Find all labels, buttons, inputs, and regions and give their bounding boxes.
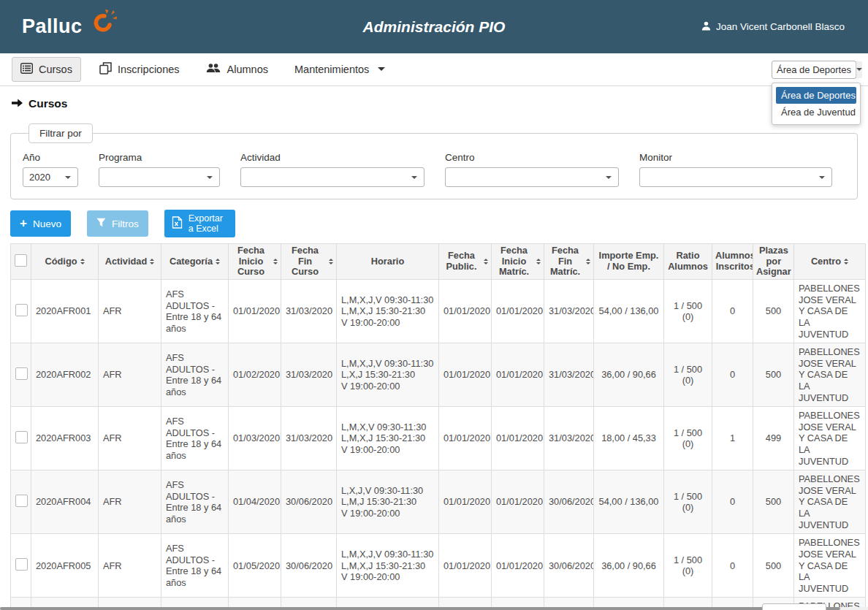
cell-fecha_public: 01/01/2020 — [439, 534, 492, 598]
cell-fecha_fin_curso: 31/03/2020 — [281, 407, 337, 470]
filtros-button[interactable]: Filtros — [87, 210, 148, 237]
cell-categoria: AFS ADULTOS - Entre 18 y 64 años — [161, 470, 229, 534]
row-checkbox[interactable] — [15, 558, 28, 571]
toolbar: + Nuevo Filtros Exportar a Excel — [0, 199, 868, 243]
nav-item-mantenimientos[interactable]: Mantenimientos — [286, 58, 393, 80]
dropdown-option-deportes[interactable]: Área de Deportes — [776, 87, 856, 104]
year-select-value: 2020 — [23, 172, 65, 183]
column-header-actividad[interactable]: Actividad — [99, 244, 161, 280]
column-header-fecha_fin_curso[interactable]: Fecha Fin Curso — [281, 244, 337, 280]
cell-categoria: AFS ADULTOS - Entre 18 y 64 años — [161, 407, 229, 470]
cell-codigo: 2020AFR004 — [31, 470, 99, 534]
cell-fecha_inicio_curso: 01/04/2020 — [229, 470, 281, 534]
cell-fecha_inicio_matric: 01/01/2020 — [492, 470, 544, 534]
header-select-all — [11, 244, 31, 280]
cell-actividad: AFR — [99, 407, 161, 470]
cell-plazas: 500 — [753, 343, 794, 407]
page-size-select[interactable] — [762, 603, 826, 610]
logo-swirl-icon — [88, 9, 118, 41]
cell-fecha_fin_matric: 31/03/2020 — [544, 280, 594, 343]
cell-importe: 54,00 / 136,00 — [594, 280, 664, 343]
year-label: Año — [23, 152, 78, 163]
scrollbar-thumb[interactable] — [0, 607, 840, 610]
column-header-codigo[interactable]: Código — [31, 244, 99, 280]
sort-icon — [216, 259, 220, 265]
column-header-importe: Importe Emp. / No Emp. — [594, 244, 664, 280]
cell-fecha_inicio_matric: 01/01/2020 — [492, 534, 544, 598]
cell-plazas: 500 — [753, 534, 794, 598]
cell-ratio: 1 / 500 (0) — [664, 280, 712, 343]
table-row: 2020AFR004AFRAFS ADULTOS - Entre 18 y 64… — [11, 470, 866, 534]
cell-plazas: 500 — [753, 280, 794, 343]
year-select[interactable]: 2020 — [23, 167, 78, 187]
cell-fecha_inicio_curso: 01/03/2020 — [229, 407, 281, 470]
chevron-down-icon — [819, 176, 825, 182]
export-excel-button[interactable]: Exportar a Excel — [164, 210, 235, 237]
row-checkbox[interactable] — [15, 431, 28, 443]
monitor-label: Monitor — [639, 152, 832, 163]
column-label: Fecha Public. — [442, 251, 481, 272]
programa-label: Programa — [99, 152, 220, 163]
cell-categoria: AFS ADULTOS - Entre 18 y 64 años — [161, 343, 229, 407]
chevron-down-icon — [207, 176, 213, 182]
row-checkbox[interactable] — [15, 367, 28, 380]
column-header-fecha_inicio_matric[interactable]: Fecha Inicio Matríc. — [492, 244, 544, 280]
cell-centro: PABELLONES JOSE VERAL Y CASA DE LA JUVEN… — [794, 534, 866, 598]
cell-importe: 54,00 / 136,00 — [594, 470, 664, 534]
column-label: Fecha Inicio Curso — [232, 245, 270, 278]
actividad-select[interactable] — [240, 167, 425, 187]
cell-ratio: 1 / 500 (0) — [664, 534, 712, 598]
column-label: Fecha Fin Matríc. — [547, 245, 583, 278]
area-select-value: Área de Deportes — [772, 64, 856, 75]
column-header-fecha_fin_matric[interactable]: Fecha Fin Matríc. — [544, 244, 594, 280]
column-label: Código — [45, 256, 77, 267]
programa-select[interactable] — [99, 167, 220, 187]
user-icon — [701, 21, 711, 33]
nav-item-label: Inscripciones — [118, 64, 180, 75]
cell-fecha_fin_curso: 30/06/2020 — [281, 470, 337, 534]
cell-centro: PABELLONES JOSE VERAL Y CASA DE LA JUVEN… — [794, 407, 866, 470]
monitor-select[interactable] — [639, 167, 832, 187]
area-select-caret-icon[interactable] — [856, 61, 862, 78]
row-checkbox[interactable] — [15, 304, 28, 316]
chevron-down-icon — [65, 176, 71, 182]
sort-icon — [80, 259, 85, 265]
nav-item-inscripciones[interactable]: Inscripciones — [91, 57, 188, 82]
cell-centro: PABELLONES JOSE VERAL Y CASA DE LA JUVEN… — [794, 343, 866, 407]
row-select-cell — [11, 343, 31, 407]
plus-icon: + — [20, 216, 27, 231]
nav-item-cursos[interactable]: Cursos — [12, 57, 81, 82]
area-select[interactable]: Área de Deportes — [772, 61, 856, 79]
row-checkbox[interactable] — [15, 495, 28, 507]
column-header-ratio: Ratio Alumnos — [664, 244, 712, 280]
header-checkbox[interactable] — [15, 254, 27, 267]
cell-fecha_inicio_curso: 01/01/2020 — [229, 280, 281, 343]
dropdown-option-juventud[interactable]: Área de Juventud — [776, 104, 856, 121]
excel-icon — [172, 216, 183, 231]
user-name: Joan Vicent Carbonell Blasco — [716, 21, 845, 32]
sort-icon — [329, 259, 333, 265]
horizontal-scrollbar[interactable] — [0, 607, 868, 610]
column-header-fecha_inicio_curso[interactable]: Fecha Inicio Curso — [229, 244, 281, 280]
cell-inscritos: 0 — [712, 343, 753, 407]
cell-fecha_public: 01/01/2020 — [439, 470, 492, 534]
nav-item-alumnos[interactable]: Alumnos — [198, 58, 276, 81]
user-menu[interactable]: Joan Vicent Carbonell Blasco — [701, 21, 845, 33]
nuevo-button[interactable]: + Nuevo — [10, 210, 71, 237]
topbar: Palluc Administración PIO Joan Vicent Ca… — [0, 0, 868, 53]
column-header-centro[interactable]: Centro — [794, 244, 866, 280]
column-label: Fecha Fin Curso — [284, 245, 326, 278]
cell-fecha_fin_curso: 30/06/2020 — [281, 534, 337, 598]
cell-fecha_fin_curso: 31/03/2020 — [281, 343, 337, 407]
column-header-categoria[interactable]: Categoría — [161, 244, 229, 280]
column-header-fecha_public[interactable]: Fecha Public. — [439, 244, 492, 280]
centro-select[interactable] — [445, 167, 619, 187]
filter-funnel-icon — [96, 218, 106, 229]
cell-ratio: 1 / 500 (0) — [664, 470, 712, 534]
cell-horario: L,X,J,V 09:30-11:30 L,M,J 15:30-21:30 V … — [337, 470, 439, 534]
sort-icon — [586, 259, 590, 265]
brand-logo[interactable]: Palluc — [22, 13, 118, 41]
cell-inscritos: 0 — [712, 534, 753, 598]
cell-importe: 36,00 / 90,66 — [594, 534, 664, 598]
cell-fecha_public: 01/01/2020 — [439, 280, 492, 343]
